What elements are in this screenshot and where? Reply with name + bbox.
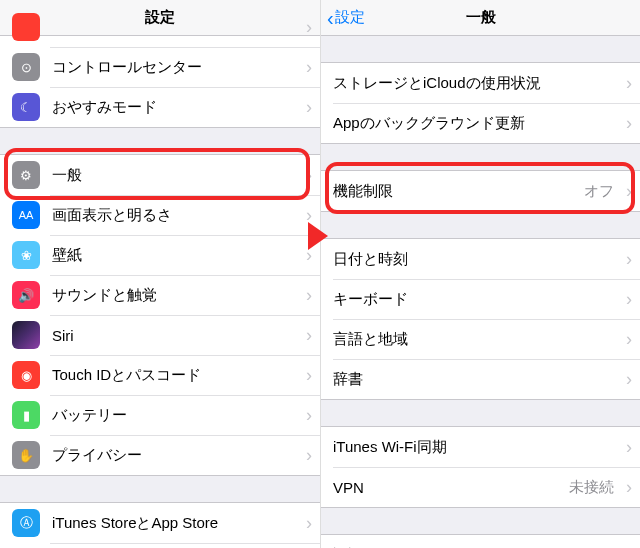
chevron-right-icon: › bbox=[298, 513, 320, 534]
vpn-status: 未接続 bbox=[569, 478, 614, 497]
chevron-right-icon: › bbox=[618, 289, 640, 310]
chevron-right-icon: › bbox=[298, 325, 320, 346]
row-keyboard[interactable]: キーボード › bbox=[321, 279, 640, 319]
gear-icon: ⚙ bbox=[12, 161, 40, 189]
chevron-right-icon: › bbox=[618, 249, 640, 270]
row-vpn[interactable]: VPN 未接続 › bbox=[321, 467, 640, 507]
control-center-icon: ⊙ bbox=[12, 53, 40, 81]
row-itunes-wifi-sync[interactable]: iTunes Wi-Fi同期 › bbox=[321, 427, 640, 467]
settings-root-screen: 設定 › ⊙ コントロールセンター › ☾ おやすみモード › ⚙ 一般 › A… bbox=[0, 0, 320, 548]
row-do-not-disturb[interactable]: ☾ おやすみモード › bbox=[0, 87, 320, 127]
chevron-right-icon: › bbox=[298, 445, 320, 466]
row-certificates[interactable]: 認証 › bbox=[321, 535, 640, 548]
chevron-right-icon: › bbox=[298, 165, 320, 186]
fingerprint-icon: ◉ bbox=[12, 361, 40, 389]
row-battery[interactable]: ▮ バッテリー › bbox=[0, 395, 320, 435]
row-date-time[interactable]: 日付と時刻 › bbox=[321, 239, 640, 279]
row-control-center[interactable]: ⊙ コントロールセンター › bbox=[0, 47, 320, 87]
speaker-icon: 🔊 bbox=[12, 281, 40, 309]
chevron-right-icon: › bbox=[618, 437, 640, 458]
chevron-right-icon: › bbox=[618, 73, 640, 94]
group-general: ⚙ 一般 › AA 画面表示と明るさ › ❀ 壁紙 › 🔊 サウンドと触覚 › … bbox=[0, 154, 320, 476]
back-label: 設定 bbox=[335, 8, 365, 27]
row-display[interactable]: AA 画面表示と明るさ › bbox=[0, 195, 320, 235]
chevron-right-icon: › bbox=[618, 545, 640, 549]
step-arrow-icon bbox=[308, 222, 328, 250]
row-sounds[interactable]: 🔊 サウンドと触覚 › bbox=[0, 275, 320, 315]
row-wallet[interactable]: ▭ WalletとApple Pay › bbox=[0, 543, 320, 548]
row-background-refresh[interactable]: Appのバックグラウンド更新 › bbox=[321, 103, 640, 143]
row-cut-top[interactable]: › bbox=[0, 7, 320, 47]
row-siri[interactable]: Siri › bbox=[0, 315, 320, 355]
row-touchid[interactable]: ◉ Touch IDとパスコード › bbox=[0, 355, 320, 395]
chevron-right-icon: › bbox=[618, 329, 640, 350]
chevron-right-icon: › bbox=[298, 285, 320, 306]
moon-icon: ☾ bbox=[12, 93, 40, 121]
chevron-right-icon: › bbox=[298, 405, 320, 426]
hand-icon: ✋ bbox=[12, 441, 40, 469]
chevron-right-icon: › bbox=[298, 97, 320, 118]
row-privacy[interactable]: ✋ プライバシー › bbox=[0, 435, 320, 475]
row-storage-icloud[interactable]: ストレージとiCloudの使用状況 › bbox=[321, 63, 640, 103]
appstore-icon: Ⓐ bbox=[12, 509, 40, 537]
notifications-icon bbox=[12, 13, 40, 41]
row-wallpaper[interactable]: ❀ 壁紙 › bbox=[0, 235, 320, 275]
back-button[interactable]: ‹ 設定 bbox=[327, 8, 365, 28]
wallpaper-icon: ❀ bbox=[12, 241, 40, 269]
chevron-right-icon: › bbox=[298, 57, 320, 78]
display-icon: AA bbox=[12, 201, 40, 229]
navbar-right: ‹ 設定 一般 bbox=[321, 0, 640, 36]
row-general[interactable]: ⚙ 一般 › bbox=[0, 155, 320, 195]
siri-icon bbox=[12, 321, 40, 349]
chevron-right-icon: › bbox=[298, 17, 320, 38]
nav-title: 一般 bbox=[466, 8, 496, 27]
general-screen: ‹ 設定 一般 ストレージとiCloudの使用状況 › Appのバックグラウンド… bbox=[320, 0, 640, 548]
row-restrictions[interactable]: 機能制限 オフ › bbox=[321, 171, 640, 211]
chevron-right-icon: › bbox=[618, 477, 640, 498]
chevron-right-icon: › bbox=[298, 365, 320, 386]
row-dictionary[interactable]: 辞書 › bbox=[321, 359, 640, 399]
chevron-right-icon: › bbox=[618, 113, 640, 134]
chevron-left-icon: ‹ bbox=[327, 8, 334, 28]
restrictions-status: オフ bbox=[584, 182, 614, 201]
row-language-region[interactable]: 言語と地域 › bbox=[321, 319, 640, 359]
row-itunes-store[interactable]: Ⓐ iTunes StoreとApp Store › bbox=[0, 503, 320, 543]
chevron-right-icon: › bbox=[618, 369, 640, 390]
battery-icon: ▮ bbox=[12, 401, 40, 429]
chevron-right-icon: › bbox=[618, 181, 640, 202]
